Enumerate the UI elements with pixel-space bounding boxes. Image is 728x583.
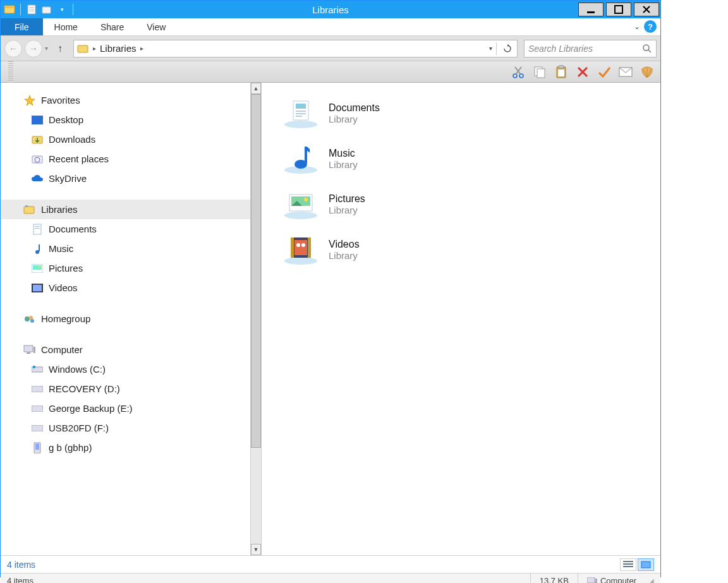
library-item-videos[interactable]: Videos Library (281, 227, 660, 272)
cloud-icon (31, 172, 44, 185)
properties-icon[interactable] (25, 3, 38, 16)
svg-rect-51 (33, 347, 35, 353)
details-view-button[interactable] (620, 558, 636, 571)
tab-home[interactable]: Home (43, 18, 89, 35)
back-button[interactable]: ← (4, 40, 22, 57)
qat-dropdown-icon[interactable]: ▾ (56, 3, 68, 16)
item-name: Documents (329, 102, 380, 114)
svg-rect-29 (32, 116, 43, 124)
svg-rect-83 (595, 579, 597, 584)
tree-label: George Backup (E:) (49, 403, 133, 414)
mail-icon[interactable] (617, 64, 634, 80)
computer-icon (23, 344, 36, 356)
search-icon[interactable] (642, 44, 652, 54)
svg-rect-80 (623, 566, 633, 567)
tree-item-desktop[interactable]: Desktop (1, 110, 250, 129)
tab-view[interactable]: View (135, 18, 177, 35)
scroll-down-icon[interactable]: ▼ (251, 544, 261, 555)
up-button[interactable]: ↑ (53, 42, 67, 56)
statusbar-outer: 4 items 13.7 KB Computer ◢ (1, 573, 660, 583)
copy-icon[interactable] (531, 64, 548, 80)
search-input[interactable] (528, 44, 629, 54)
svg-rect-8 (615, 6, 622, 13)
tree-label: Computer (41, 344, 83, 355)
tree-item-music[interactable]: Music (1, 239, 250, 258)
nav-scrollbar[interactable]: ▲ ▼ (250, 83, 262, 555)
separator (73, 4, 73, 15)
location-value: Computer (600, 576, 636, 583)
help-icon[interactable]: ? (644, 20, 657, 33)
tree-label: Pictures (49, 263, 83, 273)
chevron-right-icon[interactable]: ▸ (140, 45, 143, 52)
tree-item-drive-e[interactable]: George Backup (E:) (1, 399, 250, 418)
tree-label: Favorites (41, 95, 80, 105)
videos-icon (31, 282, 44, 294)
history-dropdown-icon[interactable]: ▾ (45, 45, 48, 52)
svg-rect-64 (296, 116, 302, 117)
content-pane[interactable]: Documents Library Music Library Pictur (262, 83, 660, 555)
breadcrumb-location[interactable]: Libraries (100, 43, 136, 54)
tree-item-pictures[interactable]: Pictures (1, 258, 250, 278)
ribbon-expand-icon[interactable]: ⌄ (634, 22, 640, 31)
tree-item-documents[interactable]: Documents (1, 219, 250, 239)
app-icon (3, 3, 16, 16)
scroll-up-icon[interactable]: ▲ (251, 83, 261, 94)
refresh-icon[interactable] (500, 42, 514, 56)
chevron-right-icon[interactable]: ▸ (93, 45, 96, 52)
tree-root-favorites[interactable]: Favorites (1, 90, 250, 110)
library-item-documents[interactable]: Documents Library (281, 90, 660, 136)
search-box[interactable] (524, 40, 657, 57)
delete-icon[interactable] (574, 64, 591, 80)
svg-rect-73 (291, 237, 294, 258)
maximize-button[interactable] (606, 3, 631, 16)
large-icons-view-button[interactable] (638, 558, 654, 571)
tree-label: Downloads (49, 134, 95, 145)
address-bar[interactable]: ▸ Libraries ▸ ▾ (73, 40, 518, 57)
address-dropdown-icon[interactable]: ▾ (489, 45, 492, 52)
tree-item-drive-c[interactable]: Windows (C:) (1, 359, 250, 379)
tree-item-phone[interactable]: g b (gbhp) (1, 438, 250, 457)
item-type: Library (329, 114, 380, 124)
tree-item-skydrive[interactable]: SkyDrive (1, 169, 250, 188)
tree-root-computer[interactable]: Computer (1, 340, 250, 359)
tree-item-videos[interactable]: Videos (1, 278, 250, 298)
check-icon[interactable] (596, 64, 612, 80)
library-item-music[interactable]: Music Library (281, 136, 660, 181)
library-item-pictures[interactable]: Pictures Library (281, 181, 660, 227)
statusbar-inner: 4 items (1, 555, 660, 573)
tree-item-downloads[interactable]: Downloads (1, 129, 250, 149)
documents-icon (31, 223, 44, 236)
svg-rect-3 (29, 7, 34, 8)
shell-icon[interactable] (639, 64, 655, 80)
resize-grip[interactable]: ◢ (645, 577, 654, 583)
cut-icon[interactable] (510, 64, 526, 80)
toolbar-handle[interactable] (8, 61, 13, 83)
tree-item-recent[interactable]: Recent places (1, 149, 250, 169)
item-type: Library (329, 159, 358, 170)
scroll-thumb[interactable] (251, 94, 261, 448)
tree-item-drive-f[interactable]: USB20FD (F:) (1, 418, 250, 438)
tab-file[interactable]: File (1, 18, 43, 35)
forward-button[interactable]: → (25, 40, 42, 57)
svg-rect-1 (4, 6, 15, 8)
svg-rect-50 (27, 352, 30, 354)
scroll-track[interactable] (251, 94, 261, 544)
svg-rect-81 (641, 562, 650, 568)
tab-share[interactable]: Share (89, 18, 135, 35)
svg-rect-21 (559, 66, 564, 68)
item-name: Pictures (329, 193, 365, 205)
tree-root-libraries[interactable]: Libraries (1, 200, 250, 219)
ribbon-tabs: File Home Share View ⌄ ? (1, 18, 660, 36)
tree-item-drive-d[interactable]: RECOVERY (D:) (1, 379, 250, 399)
close-button[interactable] (634, 3, 659, 16)
svg-rect-44 (32, 284, 33, 292)
paste-icon[interactable] (553, 64, 569, 80)
svg-point-76 (296, 243, 300, 247)
tree-label: SkyDrive (49, 173, 87, 184)
minimize-button[interactable] (578, 3, 604, 16)
drive-icon (31, 383, 44, 395)
item-name: Music (329, 148, 358, 159)
new-folder-icon[interactable] (40, 3, 53, 16)
tree-group-computer: Computer Windows (C:) RECOVERY (D:) Geor… (1, 340, 250, 457)
tree-root-homegroup[interactable]: Homegroup (1, 309, 250, 328)
